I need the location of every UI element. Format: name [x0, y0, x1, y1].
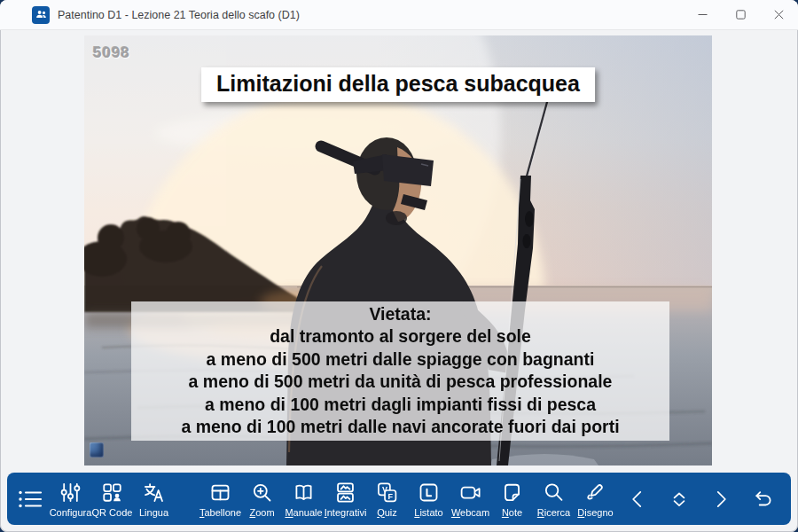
- toolbar-ricerca-button[interactable]: Ricerca: [533, 473, 575, 525]
- letter-l-square-icon: [417, 481, 441, 505]
- toolbar-label: Configura: [50, 508, 92, 518]
- return-button[interactable]: [741, 473, 783, 525]
- toolbar-manuale-button[interactable]: Manuale: [283, 473, 325, 525]
- toolbar-lingua-button[interactable]: Lingua: [133, 473, 175, 525]
- window-controls: [684, 0, 798, 29]
- pen-draw-icon: [583, 481, 607, 505]
- toolbar-tabellone-button[interactable]: Tabellone: [200, 473, 241, 525]
- chevron-right-icon: [709, 487, 732, 512]
- video-camera-icon: [458, 481, 482, 505]
- desktop-backdrop: Patentino D1 - Lezione 21 Teoria dello s…: [0, 0, 798, 532]
- slide-rules-box: Vietata: dal tramonto al sorgere del sol…: [131, 301, 669, 441]
- note-page-icon: [500, 481, 524, 505]
- toolbar: Configura QR Code: [7, 473, 791, 525]
- toolbar-label: Listato: [414, 508, 442, 518]
- slide-image: 5098 Limitazioni della pesca subacquea V…: [84, 35, 712, 466]
- toolbar-label: Webcam: [451, 508, 489, 518]
- titlebar: Patentino D1 - Lezione 21 Teoria dello s…: [0, 0, 798, 30]
- toolbar-listato-button[interactable]: Listato: [408, 473, 450, 525]
- slide-scroll-button[interactable]: [658, 473, 700, 525]
- true-false-cards-icon: V F: [375, 481, 399, 505]
- toolbar-label: Integrativi: [325, 508, 367, 518]
- chevrons-up-down-icon: [668, 487, 691, 512]
- toolbar-note-button[interactable]: Note: [491, 473, 533, 525]
- toolbar-label: Zoom: [249, 508, 274, 518]
- toolbar-label: Tabellone: [200, 508, 241, 518]
- rule-line: a meno di 500 metri da unità di pesca pr…: [131, 371, 669, 393]
- toolbar-label: Ricerca: [537, 508, 570, 518]
- slide-number: 5098: [93, 44, 130, 62]
- toolbar-zoom-button[interactable]: Zoom: [241, 473, 283, 525]
- maximize-button[interactable]: [722, 0, 760, 29]
- stacked-images-icon: [333, 481, 357, 505]
- slide-title: Limitazioni della pesca subacquea: [201, 67, 595, 102]
- toolbar-disegno-button[interactable]: Disegno: [575, 473, 616, 525]
- toolbar-label: Note: [502, 508, 522, 518]
- rule-line: a meno di 100 metri dalle navi ancorate …: [131, 416, 669, 438]
- previous-slide-button[interactable]: [616, 473, 658, 525]
- open-book-icon: [292, 481, 316, 505]
- next-slide-button[interactable]: [700, 473, 741, 525]
- slide-watermark-icon: [90, 442, 104, 458]
- toolbar-label: Quiz: [377, 508, 397, 518]
- table-grid-icon: [208, 481, 232, 505]
- app-people-icon: [32, 6, 50, 24]
- return-arrow-icon: [750, 487, 774, 512]
- toolbar-webcam-button[interactable]: Webcam: [450, 473, 491, 525]
- window-title: Patentino D1 - Lezione 21 Teoria dello s…: [58, 9, 300, 21]
- rule-line: dal tramonto al sorgere del sole: [131, 325, 669, 348]
- toolbar-integrativi-button[interactable]: Integrativi: [325, 473, 366, 525]
- chevron-left-icon: [626, 487, 649, 512]
- toolbar-label: Manuale: [285, 508, 322, 518]
- rule-line: Vietata:: [131, 303, 669, 325]
- search-icon: [542, 481, 566, 505]
- zoom-in-icon: [250, 481, 274, 505]
- translate-icon: [142, 481, 166, 505]
- qr-code-icon: [100, 481, 124, 505]
- rule-line: a meno di 100 metri dagli impianti fissi…: [131, 394, 669, 416]
- toolbar-configura-button[interactable]: Configura: [50, 473, 91, 525]
- bullet-list-icon: [16, 487, 43, 512]
- toolbar-label: QR Code: [92, 508, 133, 518]
- toolbar-quiz-button[interactable]: V F Quiz: [366, 473, 408, 525]
- close-button[interactable]: [760, 0, 798, 29]
- toolbar-menu-button[interactable]: [9, 473, 50, 525]
- app-window: Patentino D1 - Lezione 21 Teoria dello s…: [0, 0, 798, 532]
- toolbar-label: Lingua: [139, 508, 168, 518]
- sliders-icon: [59, 481, 82, 505]
- toolbar-label: Disegno: [577, 508, 613, 518]
- svg-text:F: F: [388, 492, 394, 501]
- toolbar-group-separator: [175, 473, 200, 525]
- minimize-button[interactable]: [684, 0, 722, 29]
- rule-line: a meno di 500 metri dalle spiagge con ba…: [131, 348, 669, 371]
- toolbar-qr-code-button[interactable]: QR Code: [91, 473, 133, 525]
